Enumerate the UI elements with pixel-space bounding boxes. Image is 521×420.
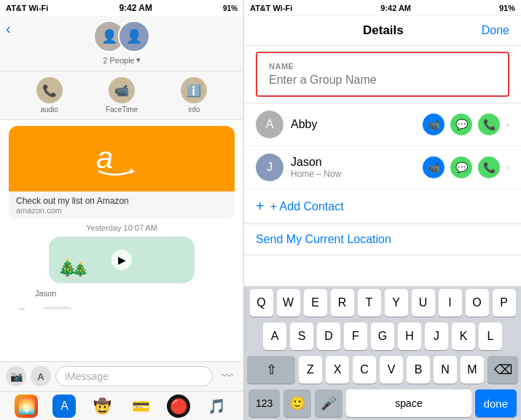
done-key[interactable]: done bbox=[475, 389, 517, 417]
key-p[interactable]: P bbox=[493, 289, 516, 317]
location-row[interactable]: Send My Current Location bbox=[244, 224, 521, 255]
abby-video-button[interactable]: 📹 bbox=[423, 114, 444, 135]
right-carrier: AT&T Wi-Fi bbox=[250, 4, 292, 12]
key-j[interactable]: J bbox=[425, 322, 448, 350]
facetime-label: FaceTime bbox=[106, 106, 138, 114]
add-contact-row[interactable]: + + Add Contact bbox=[244, 189, 521, 224]
amazon-card[interactable]: a Check out my list on Amazon amazon.com bbox=[9, 126, 235, 219]
message-input[interactable]: iMessage bbox=[55, 366, 213, 387]
audio-button[interactable]: 📞 audio bbox=[36, 77, 63, 114]
key-q[interactable]: Q bbox=[250, 289, 273, 317]
emoji-key[interactable]: 🙂 bbox=[283, 389, 311, 417]
amazon-banner: a bbox=[9, 126, 235, 191]
chat-header: 👤 👤 2 People ▾ bbox=[0, 16, 243, 71]
audio-wave-icon[interactable]: 〰 bbox=[217, 366, 238, 387]
jason-actions: 📹 💬 📞 › bbox=[423, 156, 509, 178]
abby-actions: 📹 💬 📞 › bbox=[423, 114, 509, 135]
key-u[interactable]: U bbox=[412, 289, 435, 317]
plus-icon: + bbox=[256, 198, 265, 215]
key-w[interactable]: W bbox=[277, 289, 300, 317]
key-e[interactable]: E bbox=[304, 289, 327, 317]
abby-chevron: › bbox=[506, 119, 509, 130]
key-f[interactable]: F bbox=[344, 322, 367, 350]
input-bar: 📷 A iMessage 〰 bbox=[0, 361, 243, 391]
camera-dock-icon[interactable]: 🔴 bbox=[167, 395, 190, 418]
key-l[interactable]: L bbox=[479, 322, 502, 350]
jason-avatar: J bbox=[256, 154, 283, 181]
key-a[interactable]: A bbox=[263, 322, 286, 350]
key-i[interactable]: I bbox=[439, 289, 462, 317]
space-key[interactable]: space bbox=[346, 389, 471, 417]
message-bubble: Nice bbox=[38, 306, 77, 309]
wallet-icon[interactable]: 💳 bbox=[129, 395, 152, 418]
jason-sub: Home – Now bbox=[291, 169, 415, 179]
key-c[interactable]: C bbox=[353, 356, 376, 384]
group-name-input[interactable] bbox=[269, 74, 496, 87]
timestamp: Yesterday 10:07 AM bbox=[9, 223, 235, 232]
right-phone: AT&T Wi-Fi 9:42 AM 91% Details Done NAME… bbox=[244, 0, 521, 420]
play-button[interactable]: ▶ bbox=[111, 250, 132, 270]
photos-icon[interactable]: 🌅 bbox=[15, 395, 38, 418]
music-icon[interactable]: 🎵 bbox=[205, 395, 229, 418]
key-s[interactable]: S bbox=[290, 322, 313, 350]
left-phone: AT&T Wi-Fi 9:42 AM 91% ‹ 👤 👤 2 People ▾ … bbox=[0, 0, 244, 420]
keyboard-row-3: ⇧ Z X C V B N M ⌫ bbox=[244, 353, 521, 387]
amazon-title: Check out my list on Amazon bbox=[16, 196, 227, 206]
key-x[interactable]: X bbox=[326, 356, 349, 384]
sender-name: Jason bbox=[35, 289, 235, 298]
key-n[interactable]: N bbox=[434, 356, 457, 384]
key-r[interactable]: R bbox=[331, 289, 354, 317]
action-buttons: 📞 audio 📹 FaceTime ℹ️ info bbox=[0, 71, 243, 120]
keyboard-bottom-row: 123 🙂 🎤 space done bbox=[244, 387, 521, 420]
jason-chat-button[interactable]: 💬 bbox=[450, 156, 472, 178]
key-v[interactable]: V bbox=[380, 356, 403, 384]
key-k[interactable]: K bbox=[452, 322, 475, 350]
key-g[interactable]: G bbox=[371, 322, 394, 350]
key-b[interactable]: B bbox=[407, 356, 430, 384]
contact-icon[interactable]: 🤠 bbox=[91, 395, 114, 418]
contact-row-jason: J Jason Home – Now 📹 💬 📞 › bbox=[244, 146, 521, 189]
avatar-group: 👤 👤 bbox=[93, 20, 150, 52]
back-button[interactable]: ‹ bbox=[6, 20, 11, 37]
info-button[interactable]: ℹ️ info bbox=[181, 77, 207, 114]
jason-video-button[interactable]: 📹 bbox=[423, 156, 444, 178]
abby-info: Abby bbox=[291, 118, 415, 131]
key-t[interactable]: T bbox=[358, 289, 381, 317]
numbers-key[interactable]: 123 bbox=[248, 389, 280, 417]
key-z[interactable]: Z bbox=[299, 356, 322, 384]
shift-key[interactable]: ⇧ bbox=[247, 356, 295, 384]
done-button[interactable]: Done bbox=[482, 24, 509, 37]
name-label: NAME bbox=[269, 62, 496, 71]
key-m[interactable]: M bbox=[461, 356, 484, 384]
key-o[interactable]: O bbox=[466, 289, 489, 317]
jason-call-button[interactable]: 📞 bbox=[478, 156, 500, 178]
left-time: 9:42 AM bbox=[119, 3, 152, 13]
mic-key[interactable]: 🎤 bbox=[315, 389, 342, 417]
abby-avatar: A bbox=[256, 111, 283, 138]
left-status-bar: AT&T Wi-Fi 9:42 AM 91% bbox=[0, 0, 243, 16]
contact-row-abby: A Abby 📹 💬 📞 › bbox=[244, 103, 521, 146]
appstore-dock-icon[interactable]: A bbox=[52, 395, 76, 418]
appstore-icon[interactable]: A bbox=[31, 366, 51, 387]
left-battery: 91% bbox=[223, 4, 238, 12]
facetime-icon: 📹 bbox=[109, 77, 135, 103]
location-label: Send My Current Location bbox=[256, 233, 391, 245]
key-y[interactable]: Y bbox=[385, 289, 408, 317]
camera-icon[interactable]: 📷 bbox=[6, 366, 26, 387]
abby-chat-button[interactable]: 💬 bbox=[450, 114, 472, 135]
facetime-button[interactable]: 📹 FaceTime bbox=[106, 77, 138, 114]
video-thumbnail[interactable]: ▶ 🎄 🎄 bbox=[49, 237, 195, 283]
backspace-key[interactable]: ⌫ bbox=[487, 356, 518, 384]
jason-chevron: › bbox=[506, 162, 509, 173]
key-h[interactable]: H bbox=[398, 322, 421, 350]
jason-info: Jason Home – Now bbox=[291, 156, 415, 179]
key-d[interactable]: D bbox=[317, 322, 340, 350]
info-icon: ℹ️ bbox=[181, 77, 207, 103]
message-avatar bbox=[12, 309, 32, 309]
chat-body: a Check out my list on Amazon amazon.com… bbox=[0, 120, 243, 309]
name-section: NAME bbox=[256, 52, 509, 97]
details-title: Details bbox=[363, 23, 404, 38]
people-count[interactable]: 2 People ▾ bbox=[103, 55, 140, 65]
abby-call-button[interactable]: 📞 bbox=[478, 114, 500, 135]
bottom-dock: 🌅 A 🤠 💳 🔴 🎵 bbox=[0, 391, 243, 420]
